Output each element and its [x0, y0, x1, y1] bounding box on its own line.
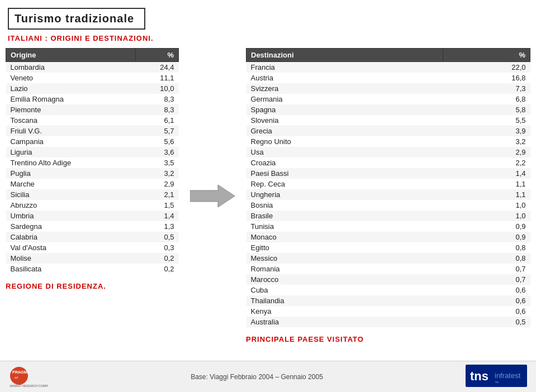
table-row: Basilicata 0,2 — [6, 264, 179, 274]
dest-name: Croazia — [246, 157, 443, 168]
dest-value: 1,4 — [443, 168, 530, 179]
origine-name: Veneto — [6, 73, 136, 83]
origine-value: 3,5 — [136, 157, 179, 168]
tns-logo: tns infratest ™ — [466, 365, 527, 387]
table-row: Sardegna 1,3 — [6, 221, 179, 232]
origine-name: Piemonte — [6, 104, 136, 115]
origine-name: Val d'Aosta — [6, 242, 136, 253]
dest-value: 0,7 — [443, 264, 530, 274]
table-row: Cuba 0,6 — [246, 285, 530, 295]
dest-col1-header: Destinazioni — [246, 49, 443, 62]
dest-name: Egitto — [246, 242, 443, 253]
table-row: Lombardia 24,4 — [6, 62, 179, 73]
origine-name: Sicilia — [6, 189, 136, 200]
table-row: Monaco 0,9 — [246, 232, 530, 242]
subtitle: ITALIANI : ORIGINI E DESTINAZIONI. — [8, 34, 536, 42]
table-row: Bosnia 1,0 — [246, 200, 530, 211]
table-row: Croazia 2,2 — [246, 157, 530, 168]
dest-value: 0,6 — [443, 295, 530, 306]
table-row: Val d'Aosta 0,3 — [6, 242, 179, 253]
dest-name: Marocco — [246, 274, 443, 285]
origine-value: 5,7 — [136, 126, 179, 136]
table-row: Veneto 11,1 — [6, 73, 179, 83]
table-row: Marocco 0,7 — [246, 274, 530, 285]
table-row: Germania 6,8 — [246, 94, 530, 104]
table-row: Kenya 0,6 — [246, 306, 530, 317]
origine-name: Molise — [6, 253, 136, 264]
origine-value: 2,9 — [136, 179, 179, 189]
origine-table: Origine % Lombardia 24,4 Veneto 11,1 Laz… — [6, 48, 179, 274]
origine-value: 0,2 — [136, 264, 179, 274]
table-row: Slovenia 5,5 — [246, 115, 530, 126]
arrow-icon — [190, 182, 235, 210]
dest-value: 5,5 — [443, 115, 530, 126]
table-row: Romania 0,7 — [246, 264, 530, 274]
table-row: Umbria 1,4 — [6, 211, 179, 221]
origine-value: 2,1 — [136, 189, 179, 200]
origine-name: Umbria — [6, 211, 136, 221]
dest-name: Francia — [246, 62, 443, 73]
table-row: Brasile 1,0 — [246, 211, 530, 221]
dest-name: Grecia — [246, 126, 443, 136]
dest-name: Romania — [246, 264, 443, 274]
origine-value: 1,5 — [136, 200, 179, 211]
origine-name: Basilicata — [6, 264, 136, 274]
origine-value: 5,6 — [136, 136, 179, 147]
svg-text:srl: srl — [15, 376, 18, 379]
table-row: Trentino Alto Adige 3,5 — [6, 157, 179, 168]
dest-value: 5,8 — [443, 104, 530, 115]
origine-value: 0,3 — [136, 242, 179, 253]
svg-text:™: ™ — [495, 381, 499, 385]
dest-value: 0,6 — [443, 285, 530, 295]
origine-value: 1,4 — [136, 211, 179, 221]
origine-name: Emilia Romagna — [6, 94, 136, 104]
origine-value: 8,3 — [136, 104, 179, 115]
table-row: Tunisia 0,9 — [246, 221, 530, 232]
dest-value: 1,0 — [443, 200, 530, 211]
origine-value: 1,3 — [136, 221, 179, 232]
table-row: Usa 2,9 — [246, 147, 530, 157]
footer-left: PRAGMA srl MARKET RESEARCH COMPANY — [9, 366, 48, 388]
left-section: Origine % Lombardia 24,4 Veneto 11,1 Laz… — [6, 48, 179, 343]
origine-value: 6,1 — [136, 115, 179, 126]
table-row: Paesi Bassi 1,4 — [246, 168, 530, 179]
dest-name: Slovenia — [246, 115, 443, 126]
table-row: Egitto 0,8 — [246, 242, 530, 253]
table-row: Spagna 5,8 — [246, 104, 530, 115]
table-row: Puglia 3,2 — [6, 168, 179, 179]
dest-name: Ungheria — [246, 189, 443, 200]
svg-text:PRAGMA: PRAGMA — [12, 370, 30, 374]
dest-value: 0,5 — [443, 317, 530, 327]
dest-name: Thailandia — [246, 295, 443, 306]
table-row: Australia 0,5 — [246, 317, 530, 327]
dest-name: Australia — [246, 317, 443, 327]
destinazioni-table: Destinazioni % Francia 22,0 Austria 16,8… — [246, 48, 530, 327]
dest-name: Regno Unito — [246, 136, 443, 147]
table-row: Rep. Ceca 1,1 — [246, 179, 530, 189]
svg-text:tns: tns — [470, 369, 488, 383]
table-row: Friuli V.G. 5,7 — [6, 126, 179, 136]
dest-value: 3,2 — [443, 136, 530, 147]
dest-name: Monaco — [246, 232, 443, 242]
table-row: Sicilia 2,1 — [6, 189, 179, 200]
dest-value: 0,8 — [443, 253, 530, 264]
dest-name: Svizzera — [246, 83, 443, 94]
dest-name: Rep. Ceca — [246, 179, 443, 189]
dest-name: Austria — [246, 73, 443, 83]
table-row: Piemonte 8,3 — [6, 104, 179, 115]
table-row: Francia 22,0 — [246, 62, 530, 73]
origine-name: Toscana — [6, 115, 136, 126]
dest-name: Germania — [246, 94, 443, 104]
dest-value: 16,8 — [443, 73, 530, 83]
pragma-logo: PRAGMA srl MARKET RESEARCH COMPANY — [9, 366, 48, 388]
table-row: Emilia Romagna 8,3 — [6, 94, 179, 104]
origine-name: Sardegna — [6, 221, 136, 232]
footer-center: Base: Viaggi Febbraio 2004 – Gennaio 200… — [191, 373, 323, 381]
dest-name: Paesi Bassi — [246, 168, 443, 179]
origine-value: 10,0 — [136, 83, 179, 94]
arrow-section — [179, 48, 246, 343]
origine-value: 8,3 — [136, 94, 179, 104]
regione-label: REGIONE DI RESIDENZA. — [6, 282, 179, 290]
tns-logo-container: tns infratest ™ — [466, 365, 527, 389]
origine-name: Calabria — [6, 232, 136, 242]
